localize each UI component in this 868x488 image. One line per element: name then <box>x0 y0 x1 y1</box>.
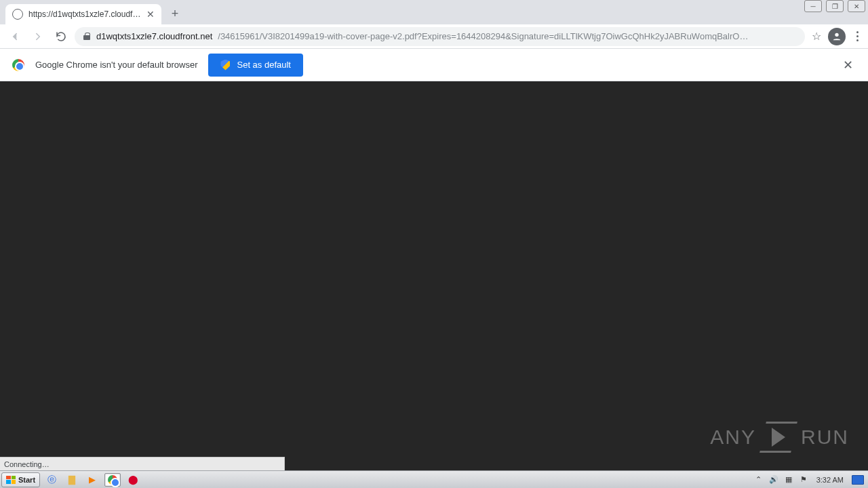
start-label: Start <box>18 476 35 484</box>
new-tab-button[interactable]: + <box>165 4 184 23</box>
shield-icon <box>220 60 230 70</box>
taskbar-ie-icon[interactable]: ⓔ <box>43 473 60 487</box>
reload-button[interactable] <box>52 27 71 46</box>
status-text: Connecting… <box>4 460 50 468</box>
network-icon[interactable]: ▦ <box>784 475 793 485</box>
url-host: d1wqtxts1xzle7.cloudfront.net <box>96 31 212 41</box>
browser-tab[interactable]: https://d1wqtxts1xzle7.cloudfront.… ✕ <box>5 4 161 24</box>
start-button[interactable]: Start <box>1 472 40 487</box>
taskbar-explorer-icon[interactable]: ▇ <box>64 473 80 487</box>
chrome-logo-icon <box>12 59 24 71</box>
address-bar[interactable]: d1wqtxts1xzle7.cloudfront.net /34615961/… <box>75 27 805 46</box>
window-close-button[interactable]: ✕ <box>848 0 865 12</box>
flag-icon[interactable]: ⚑ <box>799 475 808 485</box>
infobar-close-icon[interactable]: ✕ <box>840 55 856 75</box>
default-browser-infobar: Google Chrome isn't your default browser… <box>0 49 868 81</box>
url-path: /34615961/V3I8201499a19-with-cover-page-… <box>218 31 748 41</box>
taskbar-clock[interactable]: 3:32 AM <box>816 476 844 484</box>
forward-button[interactable] <box>28 27 47 46</box>
infobar-message: Google Chrome isn't your default browser <box>35 60 197 70</box>
lock-icon <box>83 33 91 41</box>
windows-taskbar: Start ⓔ ▇ ▶ ⬤ ⌃ 🔊 ▦ ⚑ 3:32 AM <box>0 470 868 488</box>
window-maximize-button[interactable]: ❐ <box>826 0 844 12</box>
taskbar-media-icon[interactable]: ▶ <box>84 473 100 487</box>
play-icon <box>760 422 797 453</box>
watermark-right: RUN <box>801 426 849 449</box>
windows-logo-icon <box>6 476 16 484</box>
chrome-menu-button[interactable] <box>852 31 863 41</box>
system-tray: ⌃ 🔊 ▦ ⚑ 3:32 AM <box>750 475 868 485</box>
svg-point-0 <box>835 33 838 36</box>
anyrun-watermark: ANY RUN <box>710 422 849 453</box>
globe-icon <box>12 9 23 20</box>
taskbar-chrome-icon[interactable] <box>104 473 121 487</box>
tab-title: https://d1wqtxts1xzle7.cloudfront.… <box>28 9 141 19</box>
show-desktop-button[interactable] <box>852 475 864 485</box>
set-as-default-button[interactable]: Set as default <box>208 54 303 77</box>
profile-avatar[interactable] <box>828 28 846 45</box>
volume-icon[interactable]: 🔊 <box>769 475 778 485</box>
window-minimize-button[interactable]: ─ <box>804 0 822 12</box>
browser-toolbar: d1wqtxts1xzle7.cloudfront.net /34615961/… <box>0 24 868 49</box>
status-bar: Connecting… <box>0 457 285 470</box>
tab-strip: https://d1wqtxts1xzle7.cloudfront.… ✕ + <box>0 0 868 24</box>
back-button[interactable] <box>5 27 24 46</box>
page-viewport <box>0 81 868 470</box>
tray-expand-icon[interactable]: ⌃ <box>754 475 764 485</box>
set-as-default-label: Set as default <box>237 60 291 70</box>
watermark-left: ANY <box>710 426 756 449</box>
tab-close-icon[interactable]: ✕ <box>146 9 155 20</box>
bookmark-star-icon[interactable]: ☆ <box>812 30 821 43</box>
taskbar-opera-icon[interactable]: ⬤ <box>125 473 141 487</box>
